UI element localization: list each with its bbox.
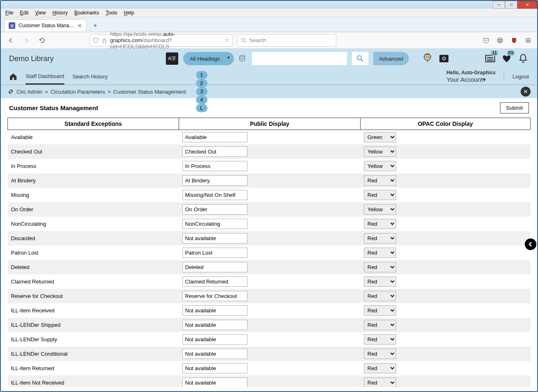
new-tab-button[interactable]: + bbox=[90, 20, 101, 31]
public-display-input[interactable] bbox=[182, 175, 248, 186]
pocket-icon[interactable] bbox=[481, 35, 491, 45]
table-row: In ProcessGreenYellowRed bbox=[8, 159, 531, 173]
breadcrumb-page[interactable]: Customer Status Management bbox=[113, 89, 186, 95]
language-button[interactable]: A字 bbox=[166, 52, 178, 65]
col-opac-color: OPAC Color Display bbox=[361, 118, 531, 130]
catalog-search-input[interactable] bbox=[252, 52, 347, 65]
back-button[interactable] bbox=[5, 35, 17, 46]
opac-color-select[interactable]: GreenYellowRed bbox=[364, 363, 396, 373]
public-display-input[interactable] bbox=[182, 248, 248, 258]
opac-color-select[interactable]: GreenYellowRed bbox=[364, 320, 396, 330]
public-display-input[interactable] bbox=[182, 276, 248, 287]
public-display-input[interactable] bbox=[182, 262, 248, 272]
opac-color-select[interactable]: GreenYellowRed bbox=[364, 175, 396, 186]
opac-color-select[interactable]: GreenYellowRed bbox=[364, 132, 396, 142]
menu-help[interactable]: Help bbox=[121, 9, 137, 17]
opac-color-select[interactable]: GreenYellowRed bbox=[364, 161, 396, 171]
advanced-search-button[interactable]: Advanced bbox=[373, 52, 409, 65]
step-3[interactable]: 3 bbox=[196, 87, 208, 96]
exception-name: ILL-Item Not Received bbox=[8, 375, 179, 387]
opac-color-select[interactable]: GreenYellowRed bbox=[364, 378, 396, 387]
hamburger-menu-icon[interactable] bbox=[523, 35, 533, 45]
account-menu[interactable]: Hello, Auto-Graphics Your Account▾ bbox=[446, 70, 496, 83]
svg-line-11 bbox=[361, 59, 363, 61]
opac-color-select[interactable]: GreenYellowRed bbox=[364, 190, 396, 200]
opac-color-select[interactable]: GreenYellowRed bbox=[364, 334, 396, 345]
print-icon[interactable] bbox=[495, 35, 505, 45]
public-display-input[interactable] bbox=[182, 233, 248, 243]
close-tab-button[interactable]: ✕ bbox=[78, 23, 82, 29]
table-row: NonCirculatingGreenYellowRed bbox=[8, 217, 531, 231]
catalog-search-button[interactable] bbox=[352, 52, 368, 65]
logout-link[interactable]: Logout bbox=[504, 73, 529, 80]
maximize-button[interactable]: □ bbox=[505, 1, 517, 9]
opac-color-select[interactable]: GreenYellowRed bbox=[364, 146, 396, 157]
reload-button[interactable] bbox=[36, 35, 48, 46]
database-icon[interactable] bbox=[239, 52, 247, 65]
menu-view[interactable]: View bbox=[32, 9, 49, 17]
collapse-panel-arrow-icon[interactable] bbox=[525, 239, 536, 250]
breadcrumb-admin[interactable]: Circ Admin bbox=[17, 89, 42, 95]
browser-menubar: FileEditViewHistoryBookmarksToolsHelp bbox=[1, 9, 537, 17]
nav-row: Staff Dashboard Search History Hello, Au… bbox=[1, 68, 537, 85]
public-display-input[interactable] bbox=[182, 146, 248, 157]
opac-color-select[interactable]: GreenYellowRed bbox=[364, 349, 396, 359]
url-field[interactable]: https://qa-hcols-verso.auto-graphics.com… bbox=[89, 34, 233, 47]
menu-bookmarks[interactable]: Bookmarks bbox=[71, 9, 102, 17]
notifications-bell-icon[interactable] bbox=[517, 53, 529, 64]
favorites-heart-icon[interactable]: F9 bbox=[501, 53, 512, 64]
step-1[interactable]: 1 bbox=[196, 71, 208, 79]
public-display-input[interactable] bbox=[182, 219, 248, 229]
table-row: ILL-Item ReceivedGreenYellowRed bbox=[8, 303, 531, 318]
exception-name: Checked Out bbox=[8, 144, 179, 159]
lists-icon[interactable]: 11 bbox=[484, 53, 496, 64]
opac-color-select[interactable]: GreenYellowRed bbox=[364, 305, 396, 316]
opac-color-select[interactable]: GreenYellowRed bbox=[364, 291, 396, 301]
submit-button[interactable]: Submit bbox=[500, 102, 529, 113]
forward-button[interactable] bbox=[21, 35, 32, 46]
public-display-input[interactable] bbox=[182, 320, 248, 330]
svg-rect-0 bbox=[103, 40, 106, 43]
kids-catalog-icon[interactable] bbox=[438, 53, 450, 64]
opac-color-select[interactable]: GreenYellowRed bbox=[364, 233, 396, 243]
public-display-input[interactable] bbox=[182, 291, 248, 301]
opac-color-select[interactable]: GreenYellowRed bbox=[364, 262, 396, 272]
public-display-input[interactable] bbox=[182, 161, 248, 171]
public-display-input[interactable] bbox=[182, 305, 248, 316]
nav-staff-dashboard[interactable]: Staff Dashboard bbox=[26, 69, 64, 85]
public-display-input[interactable] bbox=[182, 349, 248, 359]
menu-tools[interactable]: Tools bbox=[103, 9, 120, 17]
close-window-button[interactable]: ✕ bbox=[517, 1, 537, 9]
public-display-input[interactable] bbox=[182, 190, 248, 200]
opac-color-select[interactable]: GreenYellowRed bbox=[364, 276, 396, 287]
opac-color-select[interactable]: GreenYellowRed bbox=[364, 219, 396, 229]
step-2[interactable]: 2 bbox=[196, 79, 208, 87]
menu-edit[interactable]: Edit bbox=[17, 9, 31, 17]
public-display-input[interactable] bbox=[182, 204, 248, 215]
close-panel-button[interactable]: ✕ bbox=[521, 87, 531, 97]
ublock-icon[interactable] bbox=[509, 35, 519, 45]
minimize-button[interactable]: ─ bbox=[493, 1, 505, 9]
tab-favicon: ⊞ bbox=[9, 22, 15, 29]
opac-color-select[interactable]: GreenYellowRed bbox=[364, 248, 396, 258]
balloon-icon[interactable] bbox=[422, 53, 433, 64]
browser-search-field[interactable]: Search bbox=[237, 34, 336, 47]
hello-text: Hello, Auto-Graphics bbox=[446, 70, 496, 76]
exception-name: ILL-LENDer Shipped bbox=[8, 318, 179, 332]
public-display-input[interactable] bbox=[182, 132, 248, 142]
favorites-badge: F9 bbox=[507, 50, 515, 56]
status-table: Standard Exceptions Public Display OPAC … bbox=[7, 118, 531, 387]
public-display-input[interactable] bbox=[182, 363, 248, 373]
breadcrumb-params[interactable]: Circulation Parameters bbox=[50, 89, 105, 95]
menu-file[interactable]: File bbox=[2, 9, 16, 17]
browser-tab[interactable]: ⊞ Customer Status Management ✕ bbox=[4, 19, 87, 31]
nav-search-history[interactable]: Search History bbox=[73, 69, 108, 84]
opac-color-select[interactable]: GreenYellowRed bbox=[364, 204, 396, 215]
all-headings-dropdown[interactable]: All Headings bbox=[183, 52, 234, 65]
bookmark-star-icon[interactable]: ☆ bbox=[224, 37, 229, 43]
public-display-input[interactable] bbox=[182, 378, 248, 387]
home-icon[interactable] bbox=[9, 73, 17, 80]
public-display-input[interactable] bbox=[182, 334, 248, 345]
table-row: DeletedGreenYellowRed bbox=[8, 260, 531, 274]
menu-history[interactable]: History bbox=[50, 9, 71, 17]
